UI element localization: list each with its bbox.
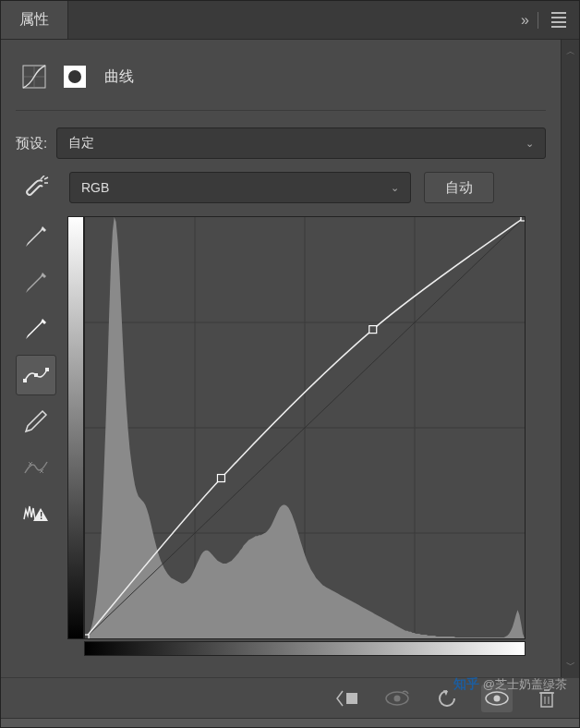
svg-rect-20 [346, 693, 357, 704]
scrollbar[interactable]: ︿ ﹀ [561, 40, 579, 677]
svg-rect-25 [541, 693, 552, 707]
preset-value: 自定 [68, 135, 94, 152]
chevron-down-icon: ⌄ [526, 138, 534, 150]
collapse-icon[interactable]: » [521, 12, 525, 29]
chevron-down-icon: ⌄ [391, 182, 399, 194]
svg-text:!: ! [40, 511, 42, 521]
svg-rect-18 [369, 326, 377, 334]
curve-point-tool-icon[interactable] [16, 355, 56, 395]
svg-rect-16 [85, 635, 89, 638]
bottom-strip [1, 718, 579, 727]
channel-select[interactable]: RGB ⌄ [69, 172, 411, 203]
eyedropper-gray-icon[interactable] [16, 262, 56, 303]
svg-point-24 [494, 695, 501, 701]
clip-to-layer-icon[interactable] [332, 685, 363, 712]
scroll-down-icon[interactable]: ﹀ [566, 653, 575, 677]
channel-row: RGB ⌄ 自动 [16, 172, 546, 203]
smooth-tool-icon[interactable] [16, 447, 56, 488]
svg-point-22 [394, 695, 401, 701]
clip-warning-icon[interactable]: ! [16, 493, 56, 534]
eyedropper-white-icon[interactable] [16, 309, 56, 349]
preset-select[interactable]: 自定 ⌄ [56, 127, 546, 159]
output-gradient [67, 216, 84, 639]
preset-label: 预设: [16, 135, 47, 152]
svg-rect-7 [45, 368, 49, 371]
auto-button[interactable]: 自动 [424, 172, 494, 203]
pencil-tool-icon[interactable] [16, 401, 56, 442]
channel-value: RGB [81, 180, 109, 195]
curve-editor[interactable] [67, 216, 546, 656]
watermark: 知乎 @芝士奶盖绿茶 [453, 676, 567, 693]
scrubby-icon[interactable] [16, 176, 56, 200]
curve-graph[interactable] [84, 216, 526, 639]
svg-point-4 [68, 70, 81, 83]
svg-rect-19 [521, 217, 525, 221]
svg-rect-6 [34, 373, 38, 377]
zhihu-logo: 知乎 [453, 676, 479, 693]
adjustment-type-label: 曲线 [104, 67, 134, 87]
view-previous-icon[interactable] [381, 685, 413, 712]
panel-tab[interactable]: 属性 [1, 1, 68, 39]
menu-icon[interactable] [551, 12, 566, 29]
svg-rect-5 [23, 379, 27, 382]
scroll-up-icon[interactable]: ︿ [566, 40, 575, 64]
panel-header: 属性 » [1, 1, 579, 40]
divider [538, 12, 538, 29]
adjustment-type-row: 曲线 [16, 49, 546, 111]
svg-rect-17 [217, 475, 224, 482]
curves-icon[interactable] [19, 62, 49, 91]
input-gradient [84, 641, 526, 656]
tool-column: ! [16, 216, 58, 656]
mask-icon[interactable] [60, 62, 90, 91]
eyedropper-black-icon[interactable] [16, 216, 56, 257]
watermark-author: @芝士奶盖绿茶 [483, 676, 567, 693]
preset-row: 预设: 自定 ⌄ [16, 127, 546, 159]
